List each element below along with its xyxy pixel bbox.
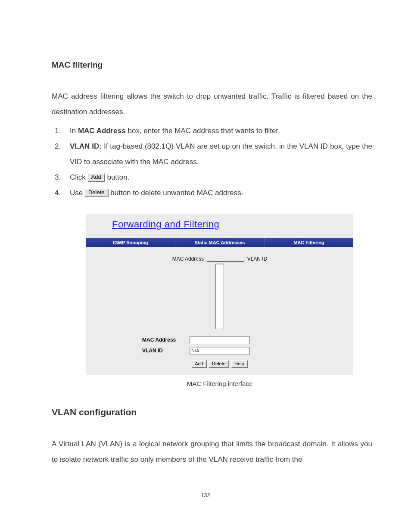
add-button-inline: Add xyxy=(88,173,105,182)
tab-static-mac[interactable]: Static MAC Addresses xyxy=(175,238,265,247)
step3-suffix: button. xyxy=(105,173,130,181)
panel-body: MAC Address VLAN ID MAC Address VLAN ID … xyxy=(86,247,353,375)
intro-paragraph: MAC address filtering allows the switch … xyxy=(52,89,372,120)
list-header-mac: MAC Address xyxy=(172,256,204,262)
list-header-vlan: VLAN ID xyxy=(247,256,268,262)
heading-vlan-configuration: VLAN configuration xyxy=(52,407,372,417)
delete-button[interactable]: Delete xyxy=(209,360,229,368)
step-4: Use Delete button to delete unwanted MAC… xyxy=(63,185,372,201)
step2-bold: VLAN ID: xyxy=(70,142,102,150)
mac-address-label: MAC Address xyxy=(142,336,190,344)
add-button[interactable]: Add xyxy=(192,360,207,368)
vlan-id-label: VLAN ID xyxy=(142,347,190,355)
step-1: In MAC Address box, enter the MAC addres… xyxy=(63,123,372,139)
document-page: MAC filtering MAC address filtering allo… xyxy=(0,0,411,532)
step4-prefix: Use xyxy=(70,189,85,197)
step1-prefix: In xyxy=(70,127,78,135)
tab-mac-filtering[interactable]: MAC Filtering xyxy=(265,238,353,247)
tab-bar: IGMP Snooping Static MAC Addresses MAC F… xyxy=(86,238,353,247)
tab-igmp-snooping[interactable]: IGMP Snooping xyxy=(86,238,175,247)
step1-suffix: box, enter the MAC address that wants to… xyxy=(126,127,280,135)
help-button[interactable]: Help xyxy=(231,360,248,368)
figure-caption: MAC Filtering interface xyxy=(86,380,353,387)
delete-button-inline: Delete xyxy=(85,189,109,197)
mac-address-input[interactable] xyxy=(190,336,250,344)
mac-listbox[interactable] xyxy=(215,264,224,329)
step-2: VLAN ID: If tag-based (802.1Q) VLAN are … xyxy=(63,139,372,170)
form-row-mac: MAC Address xyxy=(142,336,340,344)
vlan-paragraph: A Virtual LAN (VLAN) is a logical networ… xyxy=(52,436,372,467)
heading-mac-filtering: MAC filtering xyxy=(52,60,372,70)
panel-title: Forwarding and Filtering xyxy=(86,214,353,238)
page-number: 132 xyxy=(0,492,411,498)
vlan-id-input[interactable]: N/A xyxy=(190,347,250,355)
list-header: MAC Address VLAN ID xyxy=(99,256,340,262)
list-header-underline xyxy=(207,261,244,262)
steps-list: In MAC Address box, enter the MAC addres… xyxy=(52,123,372,201)
step-3: Click Add button. xyxy=(63,170,372,185)
step2-rest: If tag-based (802.1Q) VLAN are set up on… xyxy=(70,142,372,166)
step4-suffix: button to delete unwanted MAC address. xyxy=(109,189,243,197)
step1-bold: MAC Address xyxy=(78,127,126,135)
button-row: Add Delete Help xyxy=(99,358,340,369)
figure-mac-filtering: Forwarding and Filtering IGMP Snooping S… xyxy=(86,214,353,387)
step3-prefix: Click xyxy=(70,173,88,181)
config-panel: Forwarding and Filtering IGMP Snooping S… xyxy=(86,214,353,375)
form-row-vlan: VLAN ID N/A xyxy=(142,347,340,355)
